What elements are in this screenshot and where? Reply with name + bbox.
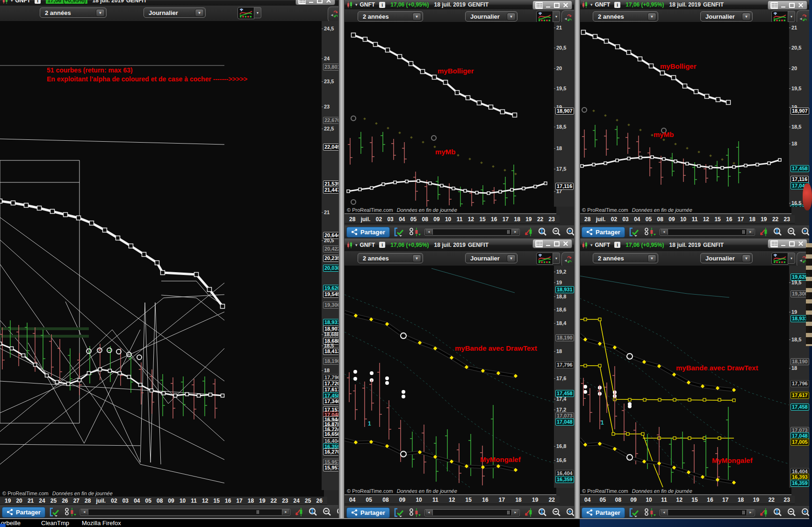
objects-button[interactable]: [394, 227, 405, 237]
scroll-left-button[interactable]: ◂: [425, 510, 433, 515]
keyboard-button[interactable]: [535, 240, 543, 247]
horizontal-scrollbar[interactable]: ◂▸: [660, 229, 755, 236]
chevron-down-icon[interactable]: ▾: [412, 13, 421, 21]
indicator-dropdown[interactable]: ▾: [254, 7, 261, 18]
zoom-fit-icon[interactable]: [308, 507, 318, 517]
share-button[interactable]: Partager: [582, 507, 625, 518]
close-button[interactable]: [562, 240, 569, 247]
info-icon[interactable]: i: [614, 2, 620, 8]
chart-type-icon[interactable]: [644, 508, 656, 517]
keyboard-button[interactable]: [535, 2, 543, 8]
chevron-down-icon[interactable]: ▾: [590, 243, 593, 247]
share-button[interactable]: Partager: [2, 507, 45, 518]
chart-type-icon[interactable]: [409, 227, 421, 237]
range-dropdown[interactable]: 2 années▾: [593, 11, 658, 22]
scroll-right-button[interactable]: ▸: [511, 510, 519, 515]
price-axis[interactable]: 19,21918,93118,818,618,418,1901817,79617…: [554, 266, 574, 488]
scroll-left-button[interactable]: ◂: [81, 509, 88, 515]
chart-style-button[interactable]: [644, 508, 656, 517]
scroll-left-button[interactable]: ◂: [425, 229, 433, 235]
indicator-dropdown[interactable]: ▾: [553, 11, 560, 22]
window-titlebar[interactable]: ▾GNFTi17,06 (+0,95%)18 juil. 2019GENFIT: [0, 0, 345, 6]
zoom-out-icon[interactable]: [787, 227, 797, 237]
candlestick-icon[interactable]: [346, 242, 353, 248]
objects-list-icon[interactable]: [394, 508, 405, 517]
zoom-fit-button[interactable]: [773, 508, 783, 517]
zoom-fit-icon[interactable]: [538, 227, 548, 237]
chevron-down-icon[interactable]: ▾: [507, 254, 516, 262]
window-divider[interactable]: [574, 0, 580, 519]
indicator-button-face[interactable]: [771, 11, 788, 23]
scroll-left-button[interactable]: ◂: [661, 229, 668, 235]
candlestick-icon[interactable]: [582, 1, 588, 8]
minimize-button[interactable]: [307, 0, 315, 4]
price-axis[interactable]: 2120,52019,51918,90718,51817,45817,11617…: [789, 22, 809, 207]
zoom-in-icon[interactable]: [801, 227, 809, 237]
adjust-button[interactable]: [759, 227, 769, 237]
objects-list-icon[interactable]: [629, 227, 640, 237]
indicator-button[interactable]: ▾: [536, 11, 560, 22]
scrollbar-grip[interactable]: [257, 510, 261, 514]
scroll-right-button[interactable]: ▸: [511, 229, 519, 235]
info-icon[interactable]: i: [35, 0, 41, 4]
chart-plot[interactable]: myBolligermyMb: [345, 22, 554, 207]
indicator-button[interactable]: ▾: [771, 253, 795, 264]
taskbar-fragment[interactable]: [0, 524, 6, 527]
indicator-button[interactable]: ▾: [237, 7, 261, 18]
chart-type-icon[interactable]: [409, 508, 421, 517]
candlestick-icon[interactable]: [582, 242, 588, 248]
share-button[interactable]: Partager: [346, 227, 390, 238]
maximize-button[interactable]: [553, 2, 560, 8]
objects-button[interactable]: [629, 508, 640, 517]
zoom-fit-icon[interactable]: [538, 508, 548, 517]
zoom-in-button[interactable]: [801, 227, 809, 237]
zoom-in-button[interactable]: [566, 227, 574, 237]
keyboard-icon[interactable]: [770, 240, 778, 247]
zoom-in-icon[interactable]: [566, 508, 574, 517]
candlestick-icon[interactable]: [2, 0, 8, 4]
adjust-scale-icon[interactable]: [524, 508, 534, 517]
chart-plot[interactable]: myBolligermyMb: [580, 22, 789, 207]
chart-style-button[interactable]: [409, 227, 421, 237]
period-dropdown[interactable]: Journalier▾: [465, 253, 517, 263]
maximize-button[interactable]: [788, 2, 796, 8]
keyboard-button[interactable]: [298, 0, 306, 4]
keyboard-icon[interactable]: [298, 0, 306, 4]
period-dropdown[interactable]: Journalier▾: [700, 11, 753, 22]
zoom-out-icon[interactable]: [787, 508, 797, 517]
chevron-down-icon[interactable]: ▾: [96, 9, 105, 17]
indicator-button[interactable]: ▾: [771, 11, 795, 22]
desktop-icon-label[interactable]: Mozilla Firefox: [82, 520, 121, 527]
adjust-scale-icon[interactable]: [294, 507, 304, 517]
keyboard-icon[interactable]: [535, 2, 543, 9]
share-button[interactable]: Partager: [582, 227, 625, 238]
chevron-down-icon[interactable]: ▾: [355, 243, 358, 247]
chevron-down-icon[interactable]: ▾: [195, 9, 204, 17]
zoom-fit-icon[interactable]: [773, 508, 783, 517]
chart-type-icon[interactable]: [644, 227, 656, 237]
scroll-right-button[interactable]: ▸: [747, 229, 754, 235]
close-button[interactable]: [797, 240, 805, 247]
chart-plot[interactable]: myBande avec DrawTextMyMongalef1: [580, 266, 789, 488]
maximize-button[interactable]: [788, 240, 796, 247]
chart-style-button[interactable]: [64, 507, 76, 517]
indicator-button-face[interactable]: [536, 11, 553, 23]
adjust-scale-icon[interactable]: [524, 227, 534, 237]
objects-list-icon[interactable]: [394, 227, 405, 237]
indicator-dropdown[interactable]: ▾: [788, 11, 795, 22]
horizontal-scrollbar[interactable]: ◂▸: [424, 229, 520, 236]
chart-style-button[interactable]: [644, 227, 656, 237]
keyboard-icon[interactable]: [535, 240, 543, 247]
chevron-down-icon[interactable]: ▾: [742, 13, 751, 21]
indicator-dropdown[interactable]: ▾: [553, 253, 560, 264]
chevron-down-icon[interactable]: ▾: [507, 13, 516, 21]
chart-style-button[interactable]: [409, 508, 421, 517]
info-icon[interactable]: i: [614, 242, 620, 248]
info-icon[interactable]: i: [379, 2, 385, 8]
zoom-out-icon[interactable]: [552, 227, 562, 237]
keyboard-button[interactable]: [770, 2, 778, 8]
zoom-fit-button[interactable]: [538, 508, 548, 517]
zoom-out-button[interactable]: [787, 227, 797, 237]
keyboard-icon[interactable]: [770, 2, 778, 9]
close-button[interactable]: [797, 2, 805, 8]
